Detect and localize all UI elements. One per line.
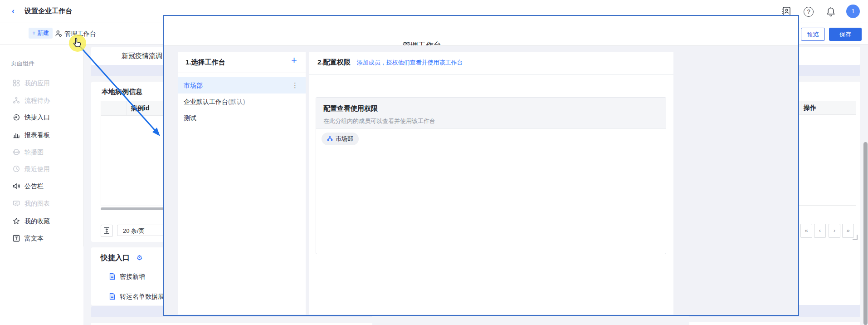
sidebar-item-label: 最近使用	[24, 160, 50, 177]
widget-card-edge	[689, 322, 860, 325]
permission-header: 2.配置权限添加成员，授权他们查看并使用该工作台	[317, 58, 463, 67]
page-jump-button[interactable]	[101, 225, 113, 237]
add-workspace-button[interactable]: +	[291, 54, 297, 66]
quick-entry-settings-icon[interactable]: ⚙	[137, 254, 142, 262]
sidebar-item-quick-entry[interactable]: 快捷入口	[0, 108, 83, 126]
pagination-next-button[interactable]: ›	[829, 224, 840, 238]
workspace-list-panel: 1.选择工作台 + 市场部 ⋮ 企业默认工作台(默认) 测试	[178, 52, 306, 315]
manage-workbench-modal: 管理工作台 1.选择工作台 + 市场部 ⋮ 企业默认工作台(默认) 测试 2.配…	[163, 15, 799, 316]
speaker-icon	[13, 182, 20, 190]
col-case-id: 病例id	[131, 104, 149, 113]
workspace-item-test[interactable]: 测试	[178, 110, 306, 126]
column-divider	[801, 101, 801, 115]
widget-card-edge	[91, 323, 372, 325]
permission-header-title: 2.配置权限	[317, 58, 351, 66]
sidebar-item-label: 我的图表	[24, 195, 50, 212]
column-divider	[127, 101, 127, 115]
sidebar-item-label: 轮播图	[24, 143, 44, 161]
select-workspace-header: 1.选择工作台	[185, 58, 225, 67]
col-action: 操作	[804, 104, 816, 112]
quick-link-item[interactable]: 密接新增	[109, 273, 145, 282]
document-icon	[109, 293, 116, 300]
app-grid-icon	[13, 79, 20, 87]
permission-box-title: 配置查看使用权限	[323, 104, 378, 113]
sidebar-item-label: 流程待办	[24, 92, 50, 109]
back-button[interactable]: ‹	[12, 6, 15, 16]
pagination-prev-button[interactable]: ‹	[814, 224, 826, 238]
help-icon[interactable]: ?	[804, 7, 814, 17]
form-title: 新冠疫情流调	[122, 52, 162, 60]
default-suffix: (默认)	[228, 98, 245, 105]
avatar[interactable]: 1	[846, 5, 860, 18]
department-tag[interactable]: 市场部	[322, 133, 359, 145]
document-icon	[109, 273, 116, 280]
bar-chart-icon	[13, 131, 20, 138]
table-border	[856, 101, 856, 206]
org-icon	[327, 136, 333, 142]
page-title: 设置企业工作台	[24, 7, 72, 15]
sidebar-item-label: 我的收藏	[24, 212, 50, 230]
sidebar-divider	[83, 44, 84, 246]
flow-icon	[13, 97, 20, 104]
workspace-item-default[interactable]: 企业默认工作台(默认)	[178, 94, 306, 110]
quick-link-label: 转运名单数据展	[120, 293, 164, 300]
more-actions-icon[interactable]: ⋮	[292, 77, 298, 94]
plus-icon: +	[32, 30, 36, 36]
carousel-icon	[13, 148, 20, 156]
local-cases-title: 本地病例信息	[102, 88, 142, 96]
sidebar-item-recently-used: 最近使用	[0, 160, 83, 177]
sidebar-section-label: 页面组件	[11, 59, 34, 68]
department-tag-label: 市场部	[336, 135, 353, 142]
sidebar-item-carousel: 轮播图	[0, 143, 83, 161]
person-gear-icon	[55, 30, 62, 37]
sidebar-item-label: 我的应用	[24, 74, 50, 92]
quick-link-item[interactable]: 转运名单数据展	[109, 293, 164, 302]
permission-header-hint: 添加成员，授权他们查看并使用该工作台	[357, 59, 463, 66]
notification-bell-icon[interactable]	[825, 6, 836, 17]
new-button-label: 新建	[37, 30, 49, 36]
workspace-item-label: 测试	[184, 110, 196, 126]
sidebar-item-my-charts: 我的图表	[0, 195, 83, 212]
sidebar-item-announcement[interactable]: 公告栏	[0, 177, 83, 195]
panel-divider	[309, 74, 673, 75]
sidebar-item-label: 报表看板	[24, 126, 50, 143]
quick-entry-title: 快捷入口	[101, 253, 130, 263]
quick-link-label: 密接新增	[120, 273, 145, 280]
workspace-item-label: 企业默认工作台(默认)	[184, 94, 245, 110]
sidebar-item-rich-text[interactable]: 富文本	[0, 230, 83, 247]
clock-icon	[13, 165, 20, 172]
permission-box-subtitle: 在此分组内的成员可以查看并使用该工作台	[323, 117, 435, 125]
sidebar-item-label: 富文本	[24, 230, 44, 247]
sidebar-item-flow-todo: 流程待办	[0, 92, 83, 109]
workspace-item-shichangbu[interactable]: 市场部 ⋮	[178, 77, 306, 94]
pagination-first-button[interactable]: «	[800, 224, 812, 238]
sidebar-item-favorites[interactable]: 我的收藏	[0, 212, 83, 230]
quick-entry-icon	[13, 113, 20, 121]
sidebar-item-report-board[interactable]: 报表看板	[0, 126, 83, 143]
sidebar-item-label: 快捷入口	[24, 108, 50, 126]
save-button[interactable]: 保存	[829, 28, 862, 41]
page-root: 新冠疫情流调 本地病例信息 病例id 20 条/页 快捷入口 ⚙ 密接新增	[0, 0, 868, 325]
star-icon	[13, 217, 20, 225]
panel-divider	[178, 73, 306, 73]
rich-text-icon	[13, 235, 20, 242]
resize-handle[interactable]	[853, 235, 858, 240]
permission-panel: 2.配置权限添加成员，授权他们查看并使用该工作台 配置查看使用权限 在此分组内的…	[309, 52, 673, 315]
preview-button[interactable]: 预览	[801, 28, 825, 41]
permission-box: 配置查看使用权限 在此分组内的成员可以查看并使用该工作台 市场部	[316, 97, 666, 254]
sidebar-item-my-apps: 我的应用	[0, 74, 83, 92]
hand-cursor-icon	[73, 37, 83, 48]
jump-icon	[103, 227, 110, 234]
sidebar-item-label: 公告栏	[24, 177, 44, 195]
chart-board-icon	[13, 200, 20, 207]
page-vertical-scrollbar[interactable]	[863, 142, 868, 325]
workspace-item-label: 市场部	[184, 77, 203, 94]
new-workbench-button[interactable]: + 新建	[29, 28, 53, 39]
